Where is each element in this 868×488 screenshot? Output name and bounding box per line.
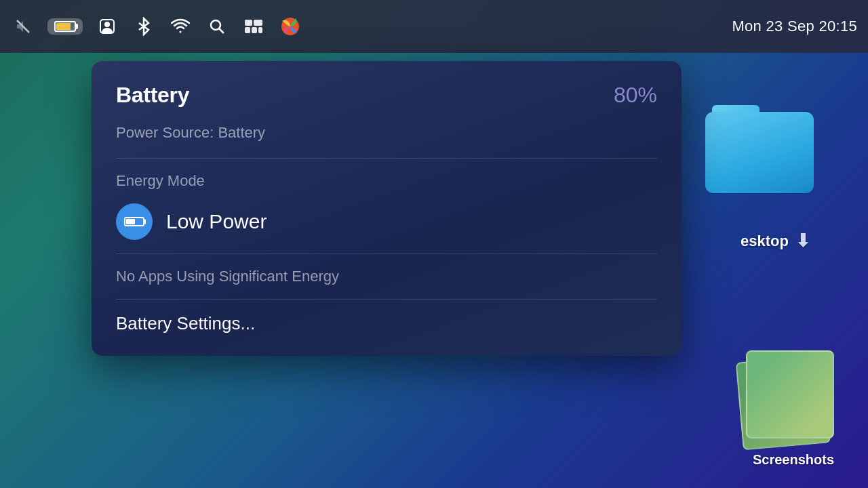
battery-bar-icon	[54, 21, 76, 32]
low-power-mode-icon	[116, 203, 153, 240]
energy-mode-item[interactable]: Low Power	[116, 203, 657, 240]
divider-1	[116, 158, 657, 159]
screenshots-label: Screenshots	[753, 452, 834, 468]
icloud-download-icon: ⬇	[795, 230, 810, 251]
desktop-folder[interactable]	[705, 105, 814, 193]
battery-settings-button[interactable]: Battery Settings...	[116, 313, 657, 334]
mission-control-icon[interactable]	[241, 14, 266, 39]
battery-percent: 80%	[614, 83, 657, 108]
user-menu-icon[interactable]	[95, 14, 119, 39]
popup-title: Battery	[116, 83, 189, 108]
svg-rect-8	[252, 27, 257, 33]
energy-mode-section-title: Energy Mode	[116, 172, 657, 190]
battery-popup: Battery 80% Power Source: Battery Energy…	[92, 61, 682, 356]
svg-rect-9	[258, 27, 262, 33]
screenshots-stack	[739, 338, 848, 447]
menubar-icons	[11, 14, 732, 39]
power-source-label: Power Source: Battery	[116, 124, 657, 142]
wifi-icon[interactable]	[168, 14, 193, 39]
svg-line-4	[219, 28, 224, 33]
desktop-label-text: esktop	[741, 232, 789, 250]
screenshots-folder[interactable]: Screenshots	[739, 338, 848, 468]
screenshot-card-front	[746, 350, 834, 439]
bluetooth-icon[interactable]	[132, 14, 156, 39]
folder-body	[705, 112, 814, 193]
divider-2	[116, 253, 657, 254]
svg-point-3	[211, 20, 220, 30]
menubar: Mon 23 Sep 20:15	[0, 0, 868, 53]
low-power-label: Low Power	[166, 210, 267, 233]
desktop-label: esktop ⬇	[741, 230, 810, 251]
svg-rect-5	[245, 20, 252, 26]
pinwheel-app-icon[interactable]	[278, 14, 302, 39]
svg-rect-7	[245, 27, 250, 33]
battery-mode-battery-icon	[124, 217, 144, 226]
svg-point-2	[104, 22, 110, 27]
battery-menu-button[interactable]	[47, 18, 83, 35]
folder-icon	[705, 105, 814, 193]
popup-header: Battery 80%	[116, 83, 657, 108]
spotlight-search-icon[interactable]	[205, 14, 229, 39]
battery-fill	[56, 23, 71, 30]
battery-mode-fill	[126, 219, 135, 224]
svg-rect-6	[254, 20, 262, 26]
no-apps-label: No Apps Using Significant Energy	[116, 268, 657, 285]
mute-icon[interactable]	[11, 14, 35, 39]
divider-3	[116, 299, 657, 300]
menubar-datetime[interactable]: Mon 23 Sep 20:15	[732, 18, 857, 35]
